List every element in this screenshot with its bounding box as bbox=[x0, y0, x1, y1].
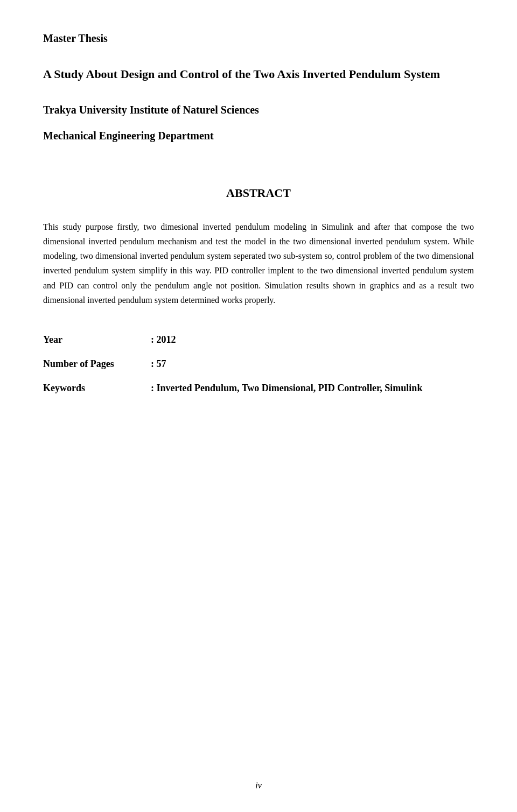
document-type: Master Thesis bbox=[43, 32, 474, 45]
year-section: Year : 2012 bbox=[43, 334, 474, 345]
keywords-section: Keywords : Inverted Pendulum, Two Dimens… bbox=[43, 383, 474, 394]
pages-label: Number of Pages bbox=[43, 358, 151, 370]
institution-name: Trakya University Institute of Naturel S… bbox=[43, 102, 474, 117]
page: Master Thesis A Study About Design and C… bbox=[0, 0, 517, 812]
abstract-heading: ABSTRACT bbox=[43, 186, 474, 200]
year-label: Year bbox=[43, 334, 151, 345]
year-value: : 2012 bbox=[151, 334, 176, 345]
abstract-paragraph: This study purpose firstly, two dimesion… bbox=[43, 220, 474, 307]
thesis-title: A Study About Design and Control of the … bbox=[43, 66, 474, 83]
keywords-label: Keywords bbox=[43, 383, 151, 394]
pages-value: : 57 bbox=[151, 358, 166, 370]
page-number: iv bbox=[255, 781, 262, 790]
keywords-value: : Inverted Pendulum, Two Dimensional, PI… bbox=[151, 383, 422, 394]
pages-section: Number of Pages : 57 bbox=[43, 358, 474, 370]
department-name: Mechanical Engineering Department bbox=[43, 128, 474, 143]
